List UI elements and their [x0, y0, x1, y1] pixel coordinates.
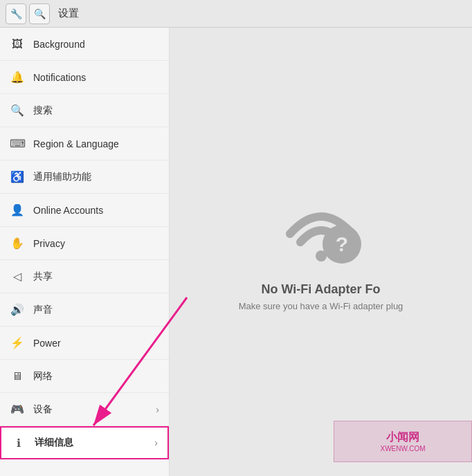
sidebar-item-network[interactable]: 🖥网络 [0, 360, 169, 393]
search-button[interactable]: 🔍 [29, 3, 50, 24]
region-language-icon: ⌨ [10, 136, 25, 152]
content-area: ? No Wi-Fi Adapter Fo Make sure you have… [170, 28, 472, 476]
chevron-right-icon: › [156, 404, 159, 415]
sidebar-item-region-language[interactable]: ⌨Region & Language [0, 127, 169, 161]
search-icon: 🔍 [10, 103, 25, 118]
network-icon: 🖥 [10, 369, 25, 384]
sidebar-item-label-search: 搜索 [33, 104, 159, 117]
watermark: 小闻网 XWENW.COM [334, 421, 472, 462]
sound-icon: 🔊 [10, 302, 25, 318]
sidebar-item-privacy[interactable]: ✋Privacy [0, 227, 169, 260]
sidebar-item-label-privacy: Privacy [33, 238, 159, 249]
sidebar-item-label-accessibility: 通用辅助功能 [33, 171, 159, 183]
no-wifi-subtitle: Make sure you have a Wi-Fi adapter plug [239, 301, 403, 311]
wifi-icon-container: ? [276, 192, 366, 268]
sidebar-item-label-sharing: 共享 [33, 271, 159, 283]
sidebar-item-power[interactable]: ⚡Power [0, 327, 169, 360]
privacy-icon: ✋ [10, 236, 25, 251]
sidebar-item-online-accounts[interactable]: 👤Online Accounts [0, 194, 169, 227]
sidebar: 🖼Background🔔Notifications🔍搜索⌨Region & La… [0, 28, 170, 476]
sidebar-item-label-details: 详细信息 [35, 437, 154, 449]
sidebar-item-label-online-accounts: Online Accounts [33, 205, 159, 216]
sidebar-item-devices[interactable]: 🎮设备› [0, 393, 169, 426]
sidebar-item-label-network: 网络 [33, 370, 159, 383]
devices-icon: 🎮 [10, 402, 25, 417]
background-icon: 🖼 [10, 37, 25, 52]
accessibility-icon: ♿ [10, 170, 25, 185]
online-accounts-icon: 👤 [10, 203, 25, 218]
watermark-line2: XWENW.COM [381, 445, 426, 452]
watermark-line1: 小闻网 [386, 430, 419, 445]
notifications-icon: 🔔 [10, 70, 25, 85]
search-icon: 🔍 [34, 8, 46, 19]
main-container: 🖼Background🔔Notifications🔍搜索⌨Region & La… [0, 28, 472, 476]
app-title: 设置 [58, 7, 79, 20]
no-wifi-title: No Wi-Fi Adapter Fo [261, 282, 380, 297]
chevron-right-icon: › [154, 437, 158, 448]
sidebar-item-search[interactable]: 🔍搜索 [0, 94, 169, 127]
sidebar-item-accessibility[interactable]: ♿通用辅助功能 [0, 161, 169, 194]
sidebar-item-label-sound: 声音 [33, 304, 159, 316]
tools-icon: 🔧 [10, 8, 22, 19]
sharing-icon: ◁ [10, 269, 25, 284]
sidebar-item-label-power: Power [33, 338, 159, 349]
sidebar-item-sharing[interactable]: ◁共享 [0, 260, 169, 293]
sidebar-item-label-background: Background [33, 39, 159, 50]
sidebar-item-notifications[interactable]: 🔔Notifications [0, 61, 169, 94]
tools-button[interactable]: 🔧 [6, 3, 26, 24]
sidebar-item-sound[interactable]: 🔊声音 [0, 293, 169, 327]
no-wifi-icon: ? [276, 192, 366, 268]
sidebar-item-label-region-language: Region & Language [33, 138, 159, 149]
sidebar-item-label-notifications: Notifications [33, 72, 159, 83]
power-icon: ⚡ [10, 336, 25, 351]
svg-text:?: ? [335, 232, 347, 255]
sidebar-item-background[interactable]: 🖼Background [0, 28, 169, 61]
app-header: 🔧 🔍 设置 [0, 0, 472, 28]
sidebar-item-details[interactable]: ℹ详细信息› [0, 426, 169, 459]
details-icon: ℹ [11, 435, 26, 450]
sidebar-item-label-devices: 设备 [33, 403, 156, 416]
